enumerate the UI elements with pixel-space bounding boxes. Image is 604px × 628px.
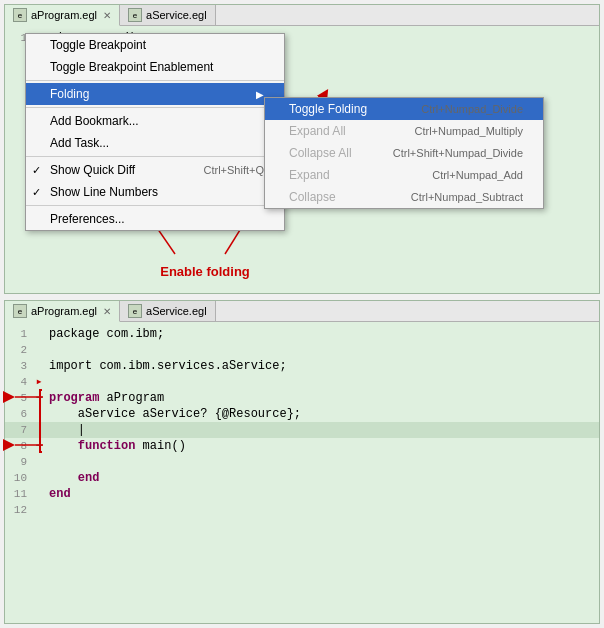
bottom-line-10: 10 end — [5, 470, 599, 486]
bottom-content-11: end — [45, 486, 599, 502]
submenu-collapse-label: Collapse — [289, 190, 336, 204]
submenu-item-toggle-folding[interactable]: Toggle Folding Ctrl+Numpad_Divide — [265, 98, 543, 120]
menu-separator-1 — [26, 80, 284, 81]
bottom-content-3: import com.ibm.services.aService; — [45, 358, 599, 374]
bottom-line-3: 3 import com.ibm.services.aService; — [5, 358, 599, 374]
tab-icon-aprogram: e — [13, 8, 27, 22]
top-editor-panel: e aProgram.egl ✕ e aService.egl 1 packag… — [4, 4, 600, 294]
bottom-tab-aprogram[interactable]: e aProgram.egl ✕ — [5, 301, 120, 322]
bottom-content-6: aService aService? {@Resource}; — [45, 406, 599, 422]
bottom-content-10: end — [45, 470, 599, 486]
show-quick-diff-checkmark: ✓ — [32, 164, 41, 177]
menu-item-preferences[interactable]: Preferences... — [26, 208, 284, 230]
top-tab-aservice-label: aService.egl — [146, 9, 207, 21]
context-menu[interactable]: Toggle Breakpoint Toggle Breakpoint Enab… — [25, 33, 285, 231]
submenu-item-expand[interactable]: Expand Ctrl+Numpad_Add — [265, 164, 543, 186]
menu-item-show-line-numbers-label: Show Line Numbers — [50, 185, 158, 199]
submenu-item-collapse[interactable]: Collapse Ctrl+Numpad_Subtract — [265, 186, 543, 208]
top-tab-aprogram-close[interactable]: ✕ — [103, 10, 111, 21]
menu-item-toggle-breakpoint-enablement[interactable]: Toggle Breakpoint Enablement — [26, 56, 284, 78]
bottom-fold-3 — [33, 358, 45, 374]
bottom-line-12: 12 — [5, 502, 599, 518]
bottom-line-8: 8 − function main() — [5, 438, 599, 454]
bottom-line-2: 2 — [5, 342, 599, 358]
menu-separator-4 — [26, 205, 284, 206]
bottom-linenum-4: 4 — [5, 374, 33, 390]
bottom-tab-aservice[interactable]: e aService.egl — [120, 301, 216, 321]
bottom-line-4: 4 ▸ — [5, 374, 599, 390]
bottom-tab-aprogram-close[interactable]: ✕ — [103, 306, 111, 317]
submenu-toggle-folding-label: Toggle Folding — [289, 102, 367, 116]
folding-submenu-arrow: ▶ — [256, 89, 264, 100]
bottom-linenum-2: 2 — [5, 342, 33, 358]
show-line-numbers-checkmark: ✓ — [32, 186, 41, 199]
bottom-linenum-7: 7 — [5, 422, 33, 438]
bottom-content-8: function main() — [45, 438, 599, 454]
fold-region-marker — [39, 389, 42, 453]
menu-item-add-task-label: Add Task... — [50, 136, 109, 150]
menu-item-add-bookmark-label: Add Bookmark... — [50, 114, 139, 128]
submenu-collapse-all-shortcut: Ctrl+Shift+Numpad_Divide — [393, 147, 523, 159]
bottom-line-7: 7 | — [5, 422, 599, 438]
bottom-linenum-5: 5 — [5, 390, 33, 406]
menu-separator-2 — [26, 107, 284, 108]
tab-icon-aservice: e — [128, 8, 142, 22]
submenu-expand-all-shortcut: Ctrl+Numpad_Multiply — [414, 125, 523, 137]
menu-item-toggle-breakpoint-enablement-label: Toggle Breakpoint Enablement — [50, 60, 213, 74]
menu-item-show-quick-diff-label: Show Quick Diff — [50, 163, 135, 177]
menu-item-folding-label: Folding — [50, 87, 89, 101]
submenu-collapse-all-label: Collapse All — [289, 146, 352, 160]
menu-item-toggle-breakpoint[interactable]: Toggle Breakpoint — [26, 34, 284, 56]
bottom-fold-11 — [33, 486, 45, 502]
bottom-linenum-10: 10 — [5, 470, 33, 486]
bottom-content-1: package com.ibm; — [45, 326, 599, 342]
top-tab-aservice[interactable]: e aService.egl — [120, 5, 216, 25]
bottom-content-7: | — [45, 422, 599, 438]
enable-folding-label: Enable folding — [160, 264, 250, 279]
bottom-line-1: 1 package com.ibm; — [5, 326, 599, 342]
bottom-linenum-8: 8 — [5, 438, 33, 454]
menu-item-show-quick-diff[interactable]: ✓ Show Quick Diff Ctrl+Shift+Q — [26, 159, 284, 181]
bottom-tab-icon-aservice: e — [128, 304, 142, 318]
bottom-linenum-11: 11 — [5, 486, 33, 502]
menu-item-show-line-numbers[interactable]: ✓ Show Line Numbers — [26, 181, 284, 203]
bottom-tab-icon-aprogram: e — [13, 304, 27, 318]
bottom-linenum-9: 9 — [5, 454, 33, 470]
bottom-fold-9 — [33, 454, 45, 470]
submenu-expand-all-label: Expand All — [289, 124, 346, 138]
bottom-fold-4: ▸ — [33, 374, 45, 390]
bottom-fold-2 — [33, 342, 45, 358]
bottom-content-5: program aProgram — [45, 390, 599, 406]
bottom-tab-bar: e aProgram.egl ✕ e aService.egl — [5, 301, 599, 322]
bottom-linenum-6: 6 — [5, 406, 33, 422]
top-tab-bar: e aProgram.egl ✕ e aService.egl — [5, 5, 599, 26]
bottom-tab-aprogram-label: aProgram.egl — [31, 305, 97, 317]
bottom-tab-aservice-label: aService.egl — [146, 305, 207, 317]
menu-item-add-task[interactable]: Add Task... — [26, 132, 284, 154]
submenu-expand-shortcut: Ctrl+Numpad_Add — [432, 169, 523, 181]
bottom-line-5: 5 − program aProgram — [5, 390, 599, 406]
folding-submenu[interactable]: Toggle Folding Ctrl+Numpad_Divide Expand… — [264, 97, 544, 209]
bottom-fold-1 — [33, 326, 45, 342]
top-tab-aprogram-label: aProgram.egl — [31, 9, 97, 21]
submenu-toggle-folding-shortcut: Ctrl+Numpad_Divide — [421, 103, 523, 115]
bottom-linenum-1: 1 — [5, 326, 33, 342]
enable-folding-annotation: Enable folding — [145, 224, 265, 279]
bottom-fold-10 — [33, 470, 45, 486]
submenu-expand-label: Expand — [289, 168, 330, 182]
bottom-line-11: 11 end — [5, 486, 599, 502]
bottom-line-9: 9 — [5, 454, 599, 470]
top-tab-aprogram[interactable]: e aProgram.egl ✕ — [5, 5, 120, 26]
submenu-collapse-shortcut: Ctrl+Numpad_Subtract — [411, 191, 523, 203]
menu-item-folding[interactable]: Folding ▶ — [26, 83, 284, 105]
menu-item-add-bookmark[interactable]: Add Bookmark... — [26, 110, 284, 132]
bottom-line-6: 6 aService aService? {@Resource}; — [5, 406, 599, 422]
submenu-item-expand-all[interactable]: Expand All Ctrl+Numpad_Multiply — [265, 120, 543, 142]
bottom-linenum-3: 3 — [5, 358, 33, 374]
menu-item-toggle-breakpoint-label: Toggle Breakpoint — [50, 38, 146, 52]
menu-separator-3 — [26, 156, 284, 157]
bottom-linenum-12: 12 — [5, 502, 33, 518]
submenu-item-collapse-all[interactable]: Collapse All Ctrl+Shift+Numpad_Divide — [265, 142, 543, 164]
bottom-editor-panel: e aProgram.egl ✕ e aService.egl 1 packag… — [4, 300, 600, 624]
bottom-fold-12 — [33, 502, 45, 518]
